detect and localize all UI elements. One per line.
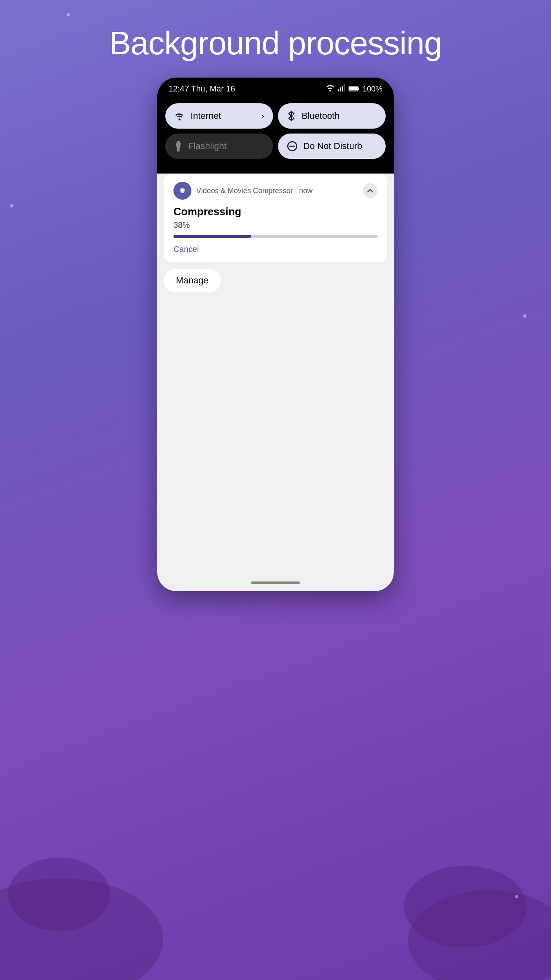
qs-tile-flashlight[interactable]: Flashlight [165,134,273,159]
battery-percent: 100% [362,85,382,94]
bluetooth-tile-label: Bluetooth [302,111,340,121]
status-bar: 12:47 Thu, Mar 16 [157,78,394,98]
wifi-qs-icon [174,111,185,120]
cancel-button[interactable]: Cancel [173,245,378,254]
app-icon [173,182,191,200]
progress-bar-container [173,235,378,238]
qs-tile-bluetooth[interactable]: Bluetooth [278,103,386,129]
manage-button[interactable]: Manage [164,269,221,292]
svg-rect-11 [177,141,180,143]
wifi-icon [326,84,335,94]
notification-app-name: Videos & Movies Compressor · now [196,187,358,195]
page-title: Background processing [0,24,551,62]
dot-decoration [67,13,70,16]
svg-rect-2 [342,86,343,91]
quick-settings-panel: Internet › Bluetooth [157,98,394,167]
bluetooth-qs-icon [287,111,296,121]
svg-point-18 [181,189,184,192]
cloud-decoration-3 [404,866,527,947]
empty-area [157,299,394,577]
svg-rect-3 [344,84,345,91]
progress-bar-fill [173,235,251,238]
dot-decoration [515,895,518,898]
notification-progress-label: 38% [173,220,378,230]
qs-tile-dnd[interactable]: Do Not Disturb [278,134,386,159]
time-display: 12:47 Thu, Mar 16 [169,84,235,94]
signal-icon [338,84,345,94]
notification-header: Videos & Movies Compressor · now [173,182,378,200]
flashlight-tile-label: Flashlight [188,141,227,151]
svg-rect-5 [349,87,357,91]
dnd-qs-icon [287,141,298,151]
status-icons: 100% [326,84,382,94]
internet-chevron-icon: › [262,112,264,120]
dot-decoration [523,314,527,318]
phone-frame: 12:47 Thu, Mar 16 [157,78,394,591]
flashlight-qs-icon [174,141,182,151]
svg-rect-6 [358,87,359,90]
svg-rect-0 [338,89,339,91]
internet-tile-label: Internet [191,111,221,121]
home-indicator [157,577,394,591]
notification-panel: Videos & Movies Compressor · now Compres… [157,174,394,591]
notification-card: Videos & Movies Compressor · now Compres… [164,174,387,262]
dnd-tile-label: Do Not Disturb [303,141,362,151]
cloud-decoration-4 [8,858,110,931]
dot-decoration [10,204,13,207]
svg-rect-1 [340,87,341,91]
notification-title: Compressing [173,205,378,218]
qs-tile-internet[interactable]: Internet › [165,103,273,129]
battery-icon [349,84,359,94]
notification-collapse-button[interactable] [363,183,378,198]
svg-marker-12 [176,143,181,148]
home-bar [251,581,300,584]
